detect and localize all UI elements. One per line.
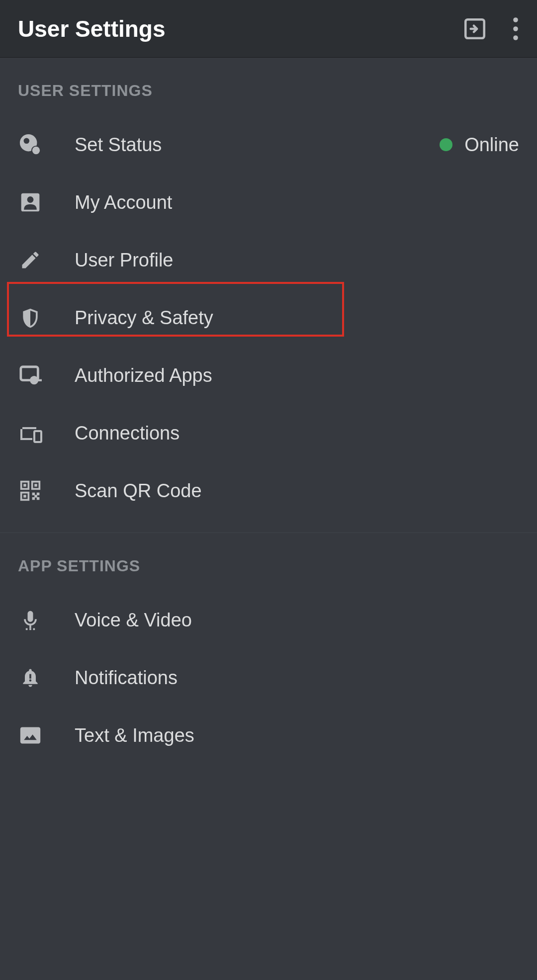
page-title: User Settings — [18, 15, 166, 42]
menu-item-set-status[interactable]: Set Status Online — [0, 116, 537, 174]
qr-code-icon — [18, 478, 43, 503]
image-icon — [18, 723, 43, 748]
bell-icon — [18, 665, 43, 690]
section-header-app-settings: APP SETTINGS — [0, 533, 537, 581]
microphone-icon — [18, 608, 43, 632]
svg-rect-27 — [33, 628, 35, 630]
menu-item-authorized-apps[interactable]: Authorized Apps — [0, 347, 537, 404]
svg-rect-15 — [23, 484, 26, 487]
account-icon — [18, 190, 43, 215]
svg-point-1 — [513, 17, 518, 22]
svg-rect-26 — [29, 628, 31, 630]
menu-label: Text & Images — [75, 725, 519, 746]
menu-label: Privacy & Safety — [75, 307, 519, 329]
menu-item-privacy-safety[interactable]: Privacy & Safety — [0, 289, 537, 347]
menu-label: Set Status — [75, 134, 440, 156]
svg-point-6 — [32, 147, 40, 154]
svg-rect-17 — [34, 484, 37, 487]
settings-content: USER SETTINGS Set Status Online — [0, 58, 537, 764]
menu-item-scan-qr[interactable]: Scan QR Code — [0, 462, 537, 520]
svg-rect-24 — [34, 495, 37, 498]
menu-label: Authorized Apps — [75, 365, 519, 386]
user-settings-list: Set Status Online My Account — [0, 106, 537, 520]
status-indicator: Online — [440, 134, 519, 156]
svg-point-9 — [27, 196, 34, 203]
menu-label: Voice & Video — [75, 610, 519, 631]
svg-point-2 — [513, 26, 518, 31]
status-text: Online — [464, 134, 519, 156]
header-actions — [462, 16, 519, 41]
shield-icon — [18, 305, 43, 330]
menu-label: Notifications — [75, 667, 519, 689]
section-header-user-settings: USER SETTINGS — [0, 58, 537, 106]
menu-label: Connections — [75, 423, 519, 444]
menu-label: My Account — [75, 192, 519, 213]
pencil-icon — [18, 248, 43, 272]
svg-point-29 — [29, 679, 31, 681]
menu-item-text-images[interactable]: Text & Images — [0, 707, 537, 764]
menu-item-user-profile[interactable]: User Profile — [0, 231, 537, 289]
svg-rect-19 — [23, 495, 26, 498]
devices-icon — [18, 421, 43, 445]
svg-rect-12 — [37, 379, 42, 381]
svg-rect-25 — [26, 628, 28, 630]
header-bar: User Settings — [0, 0, 537, 58]
status-icon — [18, 132, 43, 157]
svg-point-7 — [24, 138, 30, 144]
svg-rect-28 — [29, 674, 31, 679]
app-settings-list: Voice & Video Notifications Text & Image… — [0, 581, 537, 764]
menu-label: Scan QR Code — [75, 480, 519, 502]
menu-item-my-account[interactable]: My Account — [0, 174, 537, 231]
menu-item-connections[interactable]: Connections — [0, 404, 537, 462]
enter-icon[interactable] — [462, 16, 487, 41]
menu-label: User Profile — [75, 250, 519, 271]
menu-item-notifications[interactable]: Notifications — [0, 649, 537, 707]
svg-rect-13 — [34, 431, 41, 442]
svg-point-3 — [513, 35, 518, 40]
menu-item-voice-video[interactable]: Voice & Video — [0, 591, 537, 649]
online-dot-icon — [440, 138, 452, 151]
more-options-icon[interactable] — [512, 17, 519, 41]
apps-key-icon — [18, 363, 43, 388]
